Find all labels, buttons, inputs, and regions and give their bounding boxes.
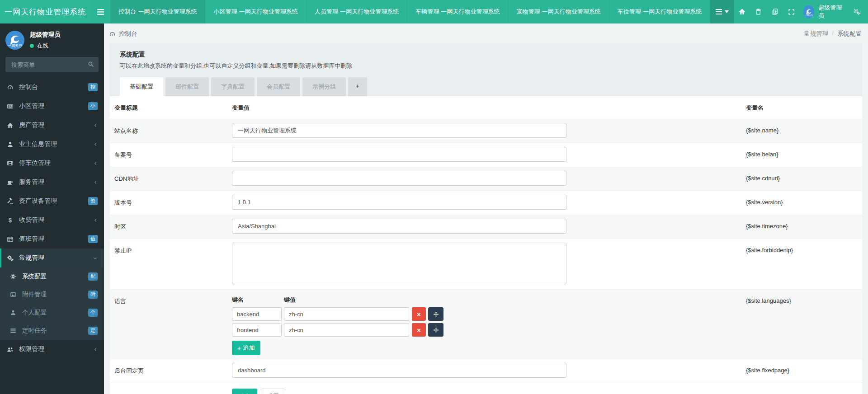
window-tab-community[interactable]: 小区管理-一网天行物业管理系统 [205, 0, 306, 23]
calendar-icon [7, 236, 19, 243]
reset-button[interactable]: 重置 [261, 389, 285, 394]
lang-value-input[interactable] [284, 307, 409, 321]
breadcrumb-left[interactable]: 控制台 [109, 30, 137, 38]
tab-mail-config[interactable]: 邮件配置 [165, 77, 209, 96]
drag-pair-button[interactable] [428, 307, 443, 321]
sidebar-item-system-config[interactable]: 系统配置 配 [0, 267, 104, 286]
sidebar-item-duty[interactable]: 值班管理 值 [0, 230, 104, 249]
timezone-input[interactable] [232, 219, 566, 234]
sidebar-item-property[interactable]: 房产管理 [0, 116, 104, 135]
field-label: 语言 [110, 290, 232, 359]
variable-name: {$site.timezone} [746, 215, 862, 239]
fullscreen-arrows-icon [788, 9, 795, 15]
submit-button[interactable]: 确定 [232, 389, 257, 394]
drag-pair-button[interactable] [428, 323, 443, 337]
delete-pair-button[interactable]: × [412, 323, 426, 337]
sidebar-item-general[interactable]: 常规管理 系统配置 配 附件管理 附 个人配置 个 定时任务 [0, 249, 104, 340]
refresh-pages-button[interactable] [767, 0, 783, 23]
column-header-value: 变量值 [232, 96, 746, 119]
column-header-title: 变量标题 [110, 96, 232, 119]
home-button[interactable] [734, 0, 750, 23]
menu-badge: 定 [88, 327, 98, 334]
variable-name: {$site.name} [746, 119, 862, 143]
fixed-page-input[interactable] [232, 363, 566, 378]
tab-dictionary-config[interactable]: 字典配置 [211, 77, 255, 96]
home-icon [738, 8, 746, 15]
tab-content: 变量标题 变量值 变量名 站点名称 {$site.name} 备案号 {$sit [110, 96, 862, 394]
breadcrumb-separator: / [832, 30, 834, 38]
sidebar-toggle-button[interactable] [91, 0, 111, 23]
online-status: 在线 [30, 42, 61, 50]
sidebar-item-permissions[interactable]: 权限管理 [0, 340, 104, 359]
settings-button[interactable] [853, 8, 861, 15]
menu-search-input[interactable] [5, 57, 99, 72]
topbar-username[interactable]: 超级管理员 [818, 4, 843, 20]
breadcrumb-home[interactable]: 控制台 [119, 30, 137, 38]
move-arrows-icon [433, 311, 439, 317]
language-kv-editor: 键名 键值 × [232, 293, 746, 355]
sidebar-item-dashboard[interactable]: 控制台 控 [0, 78, 104, 97]
table-row: 版本号 {$site.version} [110, 191, 862, 215]
sidebar-item-fees[interactable]: $ 收费管理 [0, 211, 104, 230]
list-icon [716, 9, 722, 14]
tab-basic-config[interactable]: 基础配置 [120, 77, 163, 96]
user-avatar[interactable]: 一网天行 [803, 5, 814, 19]
dashboard-icon [7, 84, 19, 91]
sidebar-user-panel: 一网天行 超级管理员 在线 [0, 23, 104, 56]
panel-description: 可以在此增改系统的变量和分组,也可以自定义分组和变量,如果需要删除请从数据库中删… [120, 62, 852, 70]
menu-badge: 值 [88, 235, 98, 243]
svg-text:$: $ [9, 217, 12, 224]
sidebar-item-parking[interactable]: 停车位管理 [0, 154, 104, 173]
site-name-input[interactable] [232, 123, 566, 138]
field-label: 禁止IP [110, 239, 232, 290]
sidebar-item-service[interactable]: 服务管理 [0, 173, 104, 192]
sidebar-item-assets[interactable]: 资产设备管理 资 [0, 192, 104, 211]
forbidden-ip-textarea[interactable] [232, 243, 566, 284]
lang-key-input[interactable] [232, 307, 282, 321]
delete-pair-button[interactable]: × [412, 307, 426, 321]
sidebar-item-owner-info[interactable]: 业主信息管理 [0, 135, 104, 154]
remove-icon: × [417, 326, 421, 334]
add-group-tab[interactable]: + [348, 77, 367, 96]
tab-example-group[interactable]: 示例分组 [302, 77, 346, 96]
beian-input[interactable] [232, 147, 566, 162]
window-tab-pet[interactable]: 宠物管理-一网天行物业管理系统 [509, 0, 609, 23]
breadcrumb-parent[interactable]: 常规管理 [804, 30, 828, 38]
house-icon [7, 122, 19, 129]
window-tab-personnel[interactable]: 人员管理-一网天行物业管理系统 [307, 0, 407, 23]
topbar-right-cluster: 一网天行 超级管理员 [710, 0, 868, 23]
version-input[interactable] [232, 195, 566, 210]
sidebar-avatar: 一网天行 [5, 31, 24, 50]
window-tab-vehicle[interactable]: 车辆管理-一网天行物业管理系统 [407, 0, 508, 23]
window-tab-parking-space[interactable]: 车位管理-一网天行物业管理系统 [609, 0, 710, 23]
user-icon [7, 141, 19, 148]
config-tabs: 基础配置 邮件配置 字典配置 会员配置 示例分组 + [110, 70, 862, 96]
variable-name: {$site.version} [746, 191, 862, 215]
variable-name: {$site.languages} [746, 290, 862, 359]
table-row: 语言 键名 键值 × [110, 290, 862, 359]
window-tab-dashboard[interactable]: 控制台-一网天行物业管理系统 [110, 0, 205, 23]
gears-icon [853, 8, 861, 15]
fullscreen-button[interactable] [783, 0, 799, 23]
sidebar-item-crontab[interactable]: 定时任务 定 [0, 322, 104, 340]
append-pair-button[interactable]: + 追加 [232, 341, 260, 355]
gears-icon [7, 255, 19, 262]
sidebar-item-profile-config[interactable]: 个人配置 个 [0, 304, 104, 322]
clear-cache-button[interactable] [750, 0, 767, 23]
tabs-dropdown-button[interactable] [710, 0, 734, 23]
kv-row: × [232, 323, 746, 337]
lang-value-input[interactable] [284, 323, 409, 337]
caret-down-icon [725, 10, 729, 13]
lang-key-input[interactable] [232, 323, 282, 337]
variable-name: {$site.forbiddenip} [746, 239, 862, 290]
form-actions-row: 确定 重置 [110, 383, 862, 394]
cdn-url-input[interactable] [232, 171, 566, 186]
breadcrumb: 常规管理 / 系统配置 [804, 30, 862, 38]
tab-member-config[interactable]: 会员配置 [257, 77, 300, 96]
breadcrumb-current: 系统配置 [837, 30, 862, 38]
trash-icon [755, 8, 762, 15]
panel-heading: 系统配置 可以在此增改系统的变量和分组,也可以自定义分组和变量,如果需要删除请从… [110, 43, 862, 70]
sidebar-item-attachments[interactable]: 附件管理 附 [0, 286, 104, 304]
user-icon [10, 310, 22, 316]
sidebar-item-community[interactable]: 小区管理 小 [0, 97, 104, 116]
